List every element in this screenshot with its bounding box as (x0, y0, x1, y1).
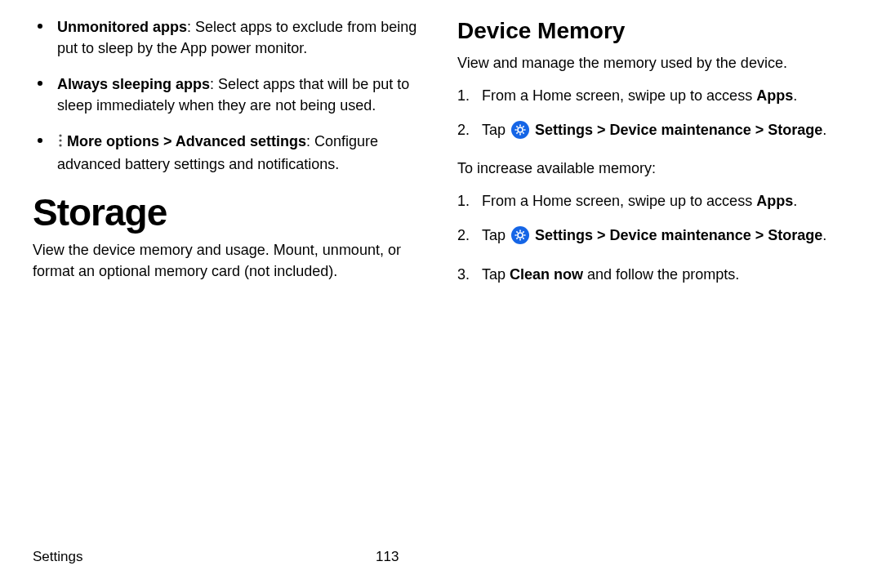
settings-gear-icon (511, 226, 529, 250)
device-maintenance-label: Device maintenance (610, 227, 751, 243)
right-column: Device Memory View and manage the memory… (457, 16, 849, 298)
step-post: . (822, 122, 826, 138)
storage-body: View the device memory and usage. Mount,… (33, 239, 425, 282)
settings-label: Settings (535, 227, 593, 243)
breadcrumb-sep: > (593, 122, 610, 138)
footer-section: Settings (33, 549, 82, 564)
apps-label: Apps (756, 193, 793, 209)
clean-now-label: Clean now (510, 266, 583, 283)
step-item: Tap Settings > Device maintenance > Stor… (482, 119, 849, 145)
step-post: . (822, 227, 826, 243)
step-text: Tap (482, 122, 510, 138)
step-item: From a Home screen, swipe up to access A… (482, 85, 849, 106)
steps-list-1: From a Home screen, swipe up to access A… (457, 85, 849, 145)
step-post: and follow the prompts. (583, 266, 739, 283)
svg-point-2 (59, 145, 61, 147)
bullet-unmonitored-apps: Unmonitored apps: Select apps to exclude… (57, 16, 425, 59)
apps-label: Apps (756, 87, 793, 104)
svg-point-0 (59, 135, 61, 137)
more-options-icon (57, 132, 64, 154)
svg-point-1 (59, 140, 61, 142)
device-maintenance-label: Device maintenance (610, 122, 751, 138)
footer-page-number: 113 (376, 549, 399, 565)
bullet-label: Unmonitored apps (57, 19, 187, 35)
storage-label: Storage (768, 227, 822, 243)
bullet-more-options: More options > Advanced settings: Config… (57, 131, 425, 175)
more-options-label: More options (67, 133, 159, 149)
step-item: From a Home screen, swipe up to access A… (482, 190, 849, 212)
step-post: . (793, 87, 797, 104)
step-item: Tap Settings > Device maintenance > Stor… (482, 225, 849, 250)
feature-bullet-list: Unmonitored apps: Select apps to exclude… (33, 16, 425, 176)
advanced-settings-label: Advanced settings (176, 133, 306, 149)
device-memory-intro: View and manage the memory used by the d… (457, 52, 849, 74)
storage-heading: Storage (33, 190, 425, 234)
step-post: . (793, 193, 797, 209)
step-text: From a Home screen, swipe up to access (482, 193, 756, 209)
storage-label: Storage (768, 122, 822, 138)
step-text: Tap (482, 266, 510, 283)
svg-point-5 (511, 226, 529, 244)
breadcrumb-sep: > (159, 133, 176, 149)
steps-list-2: From a Home screen, swipe up to access A… (457, 190, 849, 284)
breadcrumb-sep: > (593, 227, 610, 243)
settings-gear-icon (511, 121, 529, 145)
step-text: Tap (482, 227, 510, 243)
bullet-label: Always sleeping apps (57, 76, 210, 92)
svg-point-3 (511, 121, 529, 139)
device-memory-heading: Device Memory (457, 18, 849, 44)
step-text: From a Home screen, swipe up to access (482, 87, 756, 104)
left-column: Unmonitored apps: Select apps to exclude… (33, 16, 425, 298)
breadcrumb-sep: > (751, 227, 768, 243)
settings-label: Settings (535, 122, 593, 138)
breadcrumb-sep: > (751, 122, 768, 138)
page-footer: Settings 113 (33, 549, 849, 565)
step-item: Tap Clean now and follow the prompts. (482, 264, 849, 285)
bullet-always-sleeping-apps: Always sleeping apps: Select apps that w… (57, 74, 425, 116)
increase-memory-text: To increase available memory: (457, 158, 849, 179)
